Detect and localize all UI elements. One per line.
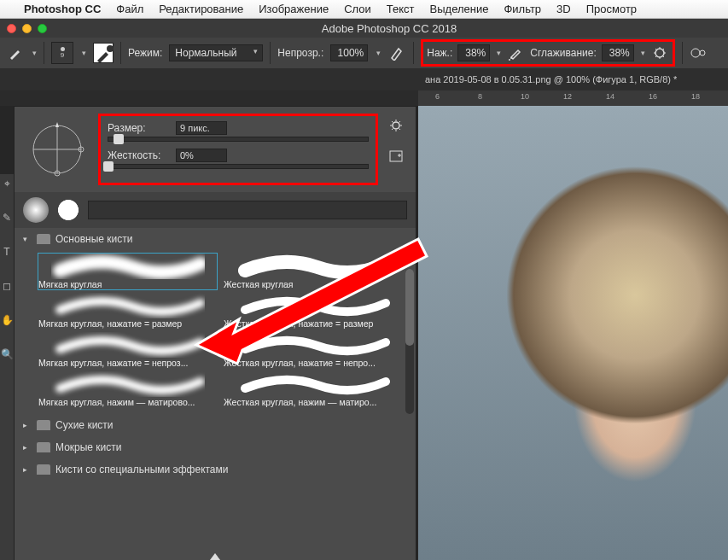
brush-preset-tile[interactable]: Мягкая круглая, нажатие = размер [38,293,217,329]
zoom-tool-icon[interactable]: 🔍 [1,348,14,360]
ruler-mark: 16 [649,92,657,101]
document-tab[interactable]: ана 2019-05-08 в 0.05.31.png @ 100% (Фиг… [418,71,684,88]
smoothing-field[interactable]: 38% [602,44,634,61]
brush-preset-tile[interactable]: Жесткая круглая, нажатие = непро... [224,332,402,368]
panel-resize-handle[interactable] [15,547,416,560]
flow-chevron-icon[interactable]: ▾ [497,49,501,57]
ruler-horizontal: 6 8 10 12 14 16 18 [418,90,728,106]
folder-special-brushes[interactable]: ▸ Кисти со специальными эффектами [15,458,416,481]
ruler-mark: 8 [478,92,482,101]
maximize-icon[interactable] [38,24,47,33]
folder-icon [37,442,50,452]
brush-preset-tile[interactable]: Жесткая круглая, нажим — матиро... [224,371,402,407]
opacity-chevron-icon[interactable]: ▾ [376,49,381,57]
folder-label: Кисти со специальными эффектами [55,464,229,475]
smoothing-options-icon[interactable] [650,44,669,62]
brush-preset-label: Мягкая круглая, нажатие = непроз... [38,358,217,368]
minimize-icon[interactable] [22,24,32,33]
folder-icon [37,464,50,475]
window-title: Adobe Photoshop CC 2018 [57,22,721,35]
brush-tool-icon[interactable] [7,44,24,61]
menu-select[interactable]: Выделение [430,3,489,15]
tool-strip: ⌖ ✎ T ◻ ✋ 🔍 [0,174,14,560]
ruler-mark: 6 [435,92,440,101]
window-controls [7,24,47,33]
folder-wet-brushes[interactable]: ▸ Мокрые кисти [15,436,416,458]
annotation-highlight-flow: Наж.: 38% ▾ Сглаживание: 38% ▾ [421,39,674,67]
hardness-slider[interactable] [108,164,369,169]
brush-preset-tile[interactable]: Мягкая круглая, нажим — матирово... [38,371,217,407]
new-preset-icon[interactable] [389,150,403,165]
opacity-label: Непрозр.: [277,47,323,59]
svg-point-1 [510,57,512,59]
brush-preview[interactable]: 9 [51,42,73,64]
menu-image[interactable]: Изображение [259,3,329,15]
menu-edit[interactable]: Редактирование [159,3,243,15]
brush-preset-tile[interactable]: Мягкая круглая [38,254,217,289]
folder-dry-brushes[interactable]: ▸ Сухие кисти [15,414,416,436]
macos-menubar: Photoshop CC Файл Редактирование Изображ… [0,0,728,19]
menu-text[interactable]: Текст [387,3,415,15]
tool-icon[interactable]: T [3,246,9,258]
menu-file[interactable]: Файл [116,3,143,15]
tool-icon[interactable]: ✎ [3,212,11,224]
brush-preset-tile[interactable]: Жесткая круглая [224,254,402,289]
size-value[interactable]: 9 пикс. [176,121,227,135]
brush-preset-label: Мягкая круглая, нажим — матирово... [38,397,217,407]
smoothing-label: Сглаживание: [530,47,596,59]
brush-search-input[interactable] [88,201,407,219]
hardness-value[interactable]: 0% [176,149,227,162]
document-canvas[interactable] [418,106,728,560]
folder-main-brushes[interactable]: ▾ Основные кисти [15,228,416,250]
opacity-field[interactable]: 100% [330,44,368,61]
blend-mode-select[interactable]: Нормальный [169,44,263,61]
brush-angle-widget[interactable] [21,114,93,185]
folder-icon [37,234,50,244]
recent-brush-soft[interactable] [23,197,49,223]
flow-field[interactable]: 38% [457,44,490,61]
app-window: Adobe Photoshop CC 2018 ▾ 9 ▾ Режим: Нор… [0,19,728,560]
tool-icon[interactable]: ◻ [3,280,11,292]
brush-panel-toggle[interactable] [93,43,114,63]
menu-layers[interactable]: Слои [344,3,371,15]
airbrush-icon[interactable] [506,44,525,62]
folder-label: Мокрые кисти [55,441,122,453]
menu-app[interactable]: Photoshop CC [24,3,101,15]
brush-preset-tile[interactable]: Жесткая круглая, нажатие = размер [224,293,402,329]
brush-preset-label: Жесткая круглая, нажатие = непро... [224,358,402,368]
recent-brush-hard[interactable] [55,197,81,223]
annotation-highlight-sliders: Размер: 9 пикс. Жесткость: 0% [98,114,378,185]
chevron-right-icon: ▸ [23,443,32,452]
brush-picker-chevron-icon[interactable]: ▾ [82,49,86,57]
pressure-opacity-icon[interactable] [387,44,406,62]
menu-filter[interactable]: Фильтр [504,3,541,15]
svg-rect-12 [390,151,402,161]
folder-icon [37,420,50,430]
ruler-mark: 18 [691,92,700,101]
svg-point-4 [691,49,700,57]
tool-icon[interactable]: ✋ [1,314,14,326]
window-titlebar: Adobe Photoshop CC 2018 [0,19,728,38]
pressure-size-icon[interactable] [690,44,708,62]
panel-scrollbar[interactable] [405,269,414,414]
svg-point-2 [509,59,510,61]
svg-point-5 [700,50,705,55]
folder-label: Сухие кисти [55,419,114,431]
menu-view[interactable]: Просмотр [586,3,637,15]
tool-icon[interactable]: ⌖ [4,178,10,190]
menu-3d[interactable]: 3D [556,3,571,15]
ruler-mark: 14 [606,92,614,101]
size-slider[interactable] [108,137,369,142]
brush-preset-label: Мягкая круглая, нажатие = размер [38,318,217,329]
close-icon[interactable] [7,24,16,33]
ruler-mark: 12 [563,92,572,101]
tool-preset-chevron-icon[interactable]: ▾ [32,49,37,57]
smoothing-chevron-icon[interactable]: ▾ [641,49,645,57]
document-tab-bar: ана 2019-05-08 в 0.05.31.png @ 100% (Фиг… [0,68,728,90]
chevron-down-icon: ▾ [23,235,32,243]
brush-grid: Мягкая круглаяЖесткая круглаяМягкая круг… [15,250,416,414]
brush-preset-tile[interactable]: Мягкая круглая, нажатие = непроз... [38,332,217,368]
gear-icon[interactable] [389,119,403,135]
size-label: Размер: [108,122,167,134]
svg-point-11 [393,122,399,129]
